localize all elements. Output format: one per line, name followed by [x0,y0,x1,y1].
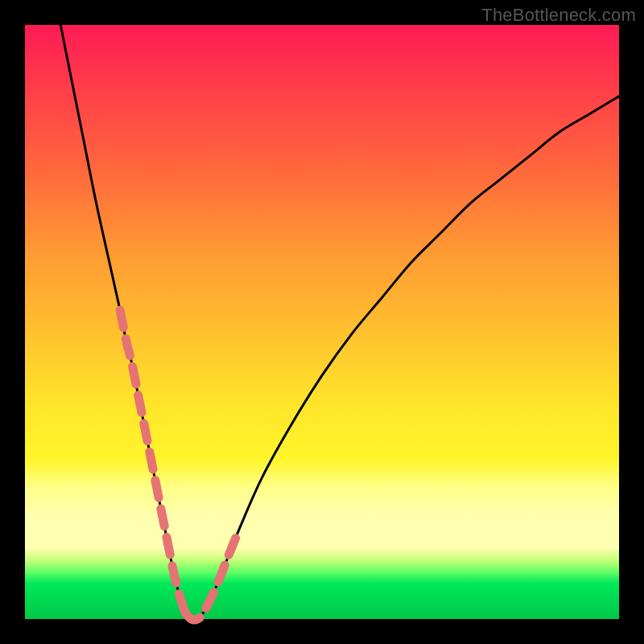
bottleneck-curve [60,25,619,620]
highlight-dash-left [120,310,185,613]
curve-layer [25,25,619,619]
chart-frame: TheBottleneck.com [0,0,644,644]
plot-area [25,25,619,619]
highlight-dash-right [185,530,238,620]
watermark-text: TheBottleneck.com [481,5,636,26]
